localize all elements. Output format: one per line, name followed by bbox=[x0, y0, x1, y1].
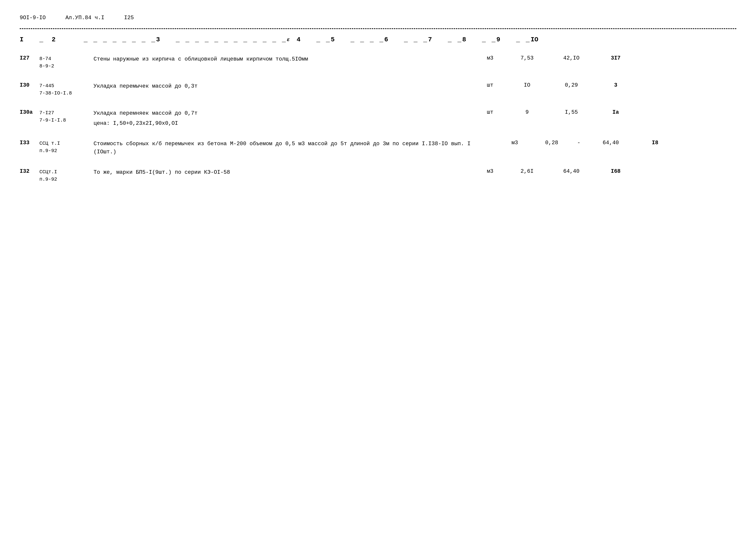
row-price: I,55 bbox=[547, 109, 596, 115]
col-header-2: 2 bbox=[52, 36, 84, 43]
row-description: Укладка перемняек массой до 0,7т цена: I… bbox=[94, 109, 473, 128]
col-header-1: I bbox=[20, 36, 39, 43]
document-ref: Ал.УП.84 ч.I bbox=[66, 15, 104, 21]
row-total: 3 bbox=[596, 82, 635, 88]
row-code: 7-I27 7-9-I-I.8 bbox=[39, 109, 94, 124]
row-quantity: IO bbox=[507, 82, 547, 88]
data-table: I27 8-74 8-9-2 Стены наружные из кирпича… bbox=[20, 55, 736, 183]
row-number: I30 bbox=[20, 82, 39, 88]
col-header-3: 3 bbox=[156, 36, 176, 43]
row-quantity: 0,28 bbox=[532, 140, 572, 146]
row-code: 8-74 8-9-2 bbox=[39, 55, 94, 70]
row-quantity: 2,6I bbox=[507, 168, 547, 174]
column-headers: I _ 2 _ _ _ _ _ _ _ _ 3 _ _ _ _ _ _ _ _ … bbox=[20, 34, 736, 45]
col-header-4: 4 bbox=[297, 36, 316, 43]
row-unit: м3 bbox=[498, 140, 532, 146]
row-price: 42,IO bbox=[547, 55, 596, 61]
row-description: Стоимость сборных к/б перемычек из бетон… bbox=[94, 140, 498, 156]
page-header: 9OI-9-IO Ал.УП.84 ч.I I25 bbox=[20, 15, 736, 21]
epsilon-symbol: ε bbox=[287, 37, 297, 42]
row-code: 7-445 7-38-IO-I.8 bbox=[39, 82, 94, 97]
col-header-5: 5 bbox=[331, 36, 351, 43]
row-number: I30а bbox=[20, 109, 39, 115]
row-description: То же, марки БП5-I(9шт.) по серии КЭ-OI-… bbox=[94, 168, 473, 176]
col-header-9: 9 bbox=[497, 36, 516, 43]
table-row: I30а 7-I27 7-9-I-I.8 Укладка перемняек м… bbox=[20, 109, 736, 128]
table-row: I27 8-74 8-9-2 Стены наружные из кирпича… bbox=[20, 55, 736, 70]
row-price: 0,29 bbox=[547, 82, 596, 88]
row-total: Iа bbox=[596, 109, 635, 115]
table-row: I30 7-445 7-38-IO-I.8 Укладка перемычек … bbox=[20, 82, 736, 97]
top-divider bbox=[20, 28, 736, 29]
row-dash: - bbox=[572, 140, 586, 146]
row-unit: шт bbox=[473, 109, 507, 115]
col-header-10: IO bbox=[530, 36, 550, 43]
col-header-8: 8 bbox=[462, 36, 482, 43]
row-description: Стены наружные из кирпича с облицовкой л… bbox=[94, 55, 473, 63]
page-number: I25 bbox=[124, 15, 134, 21]
row-unit: м3 bbox=[473, 55, 507, 61]
row-description: Укладка перемычек массой до 0,3т bbox=[94, 82, 473, 90]
row-number: I32 bbox=[20, 168, 39, 174]
row-unit: м3 bbox=[473, 168, 507, 174]
col-header-7: 7 bbox=[428, 36, 448, 43]
row-total: I68 bbox=[596, 168, 635, 174]
document-code: 9OI-9-IO bbox=[20, 15, 46, 21]
row-unit: шт bbox=[473, 82, 507, 88]
row-price: 64,40 bbox=[586, 140, 635, 146]
row-number: I33 bbox=[20, 140, 39, 146]
row-price: 64,40 bbox=[547, 168, 596, 174]
row-code: ССЦт.I п.9-92 bbox=[39, 168, 94, 183]
col-header-6: 6 bbox=[384, 36, 404, 43]
row-total: I8 bbox=[635, 140, 675, 146]
row-number: I27 bbox=[20, 55, 39, 61]
row-quantity: 7,53 bbox=[507, 55, 547, 61]
row-code: ССЦ т.I п.9-92 bbox=[39, 140, 94, 155]
table-row: I33 ССЦ т.I п.9-92 Стоимость сборных к/б… bbox=[20, 140, 736, 156]
table-row: I32 ССЦт.I п.9-92 То же, марки БП5-I(9шт… bbox=[20, 168, 736, 183]
row-quantity: 9 bbox=[507, 109, 547, 115]
row-total: 3I7 bbox=[596, 55, 635, 61]
